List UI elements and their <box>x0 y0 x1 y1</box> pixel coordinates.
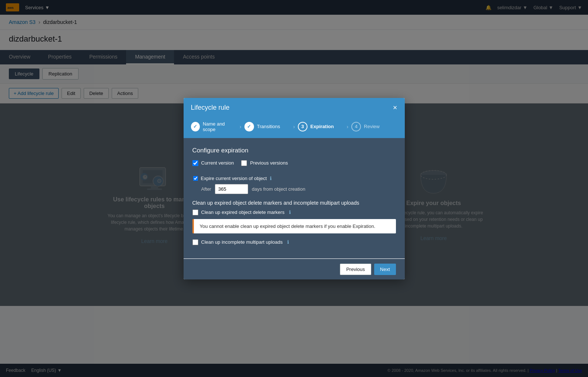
expire-object-label: Expire current version of object <box>201 176 267 181</box>
step-4-number: 4 <box>355 124 357 129</box>
step-4-icon: 4 <box>351 122 361 131</box>
cleanup-multipart-checkbox[interactable] <box>192 239 198 245</box>
after-days-row: After days from object creation <box>201 184 396 194</box>
step-1-icon: ✓ <box>191 122 200 131</box>
step-expiration: 3 Expiration <box>298 122 344 131</box>
modal-overlay: Lifecycle rule × ✓ Name and scope › ✓ Tr… <box>0 0 588 306</box>
current-version-row: Current version <box>192 160 234 166</box>
step-2-label: Transitions <box>257 124 280 129</box>
cleanup-markers-row: Clean up expired object delete markers ℹ <box>192 209 396 215</box>
step-sep-1: › <box>240 124 241 130</box>
cleanup-multipart-row: Clean up incomplete multipart uploads ℹ <box>192 239 396 245</box>
step-sep-3: › <box>347 124 348 130</box>
days-input[interactable] <box>215 184 248 194</box>
current-version-label: Current version <box>201 160 234 166</box>
modal-title: Lifecycle rule <box>191 104 230 112</box>
cleanup-markers-checkbox[interactable] <box>192 209 198 215</box>
previous-versions-row: Previous versions <box>241 160 288 166</box>
cleanup-multipart-info-icon[interactable]: ℹ <box>287 239 289 245</box>
previous-button[interactable]: Previous <box>340 264 371 275</box>
modal-footer: Previous Next <box>184 259 405 279</box>
steps-bar: ✓ Name and scope › ✓ Transitions › 3 Exp… <box>184 117 405 138</box>
warning-box: You cannot enable clean up expired objec… <box>192 219 396 233</box>
step-3-label: Expiration <box>310 124 334 129</box>
step-3-icon: 3 <box>298 122 307 131</box>
step-review: 4 Review <box>351 122 397 131</box>
previous-versions-label: Previous versions <box>250 160 288 166</box>
modal-close-button[interactable]: × <box>393 104 397 111</box>
step-3-number: 3 <box>301 124 304 129</box>
step-transitions: ✓ Transitions <box>244 122 290 131</box>
step-sep-2: › <box>293 124 295 130</box>
previous-versions-checkbox[interactable] <box>241 160 247 166</box>
modal-header: Lifecycle rule × <box>184 98 405 117</box>
expire-object-info-icon[interactable]: ℹ <box>270 176 272 181</box>
warning-text: You cannot enable clean up expired objec… <box>200 223 376 229</box>
cleanup-markers-info-icon[interactable]: ℹ <box>289 209 291 215</box>
step-name-scope: ✓ Name and scope <box>191 121 237 132</box>
step-1-label: Name and scope <box>203 121 237 132</box>
section-title: Configure expiration <box>192 147 396 154</box>
expire-object-checkbox[interactable] <box>193 176 198 181</box>
modal-body: Configure expiration Current version Pre… <box>184 138 405 258</box>
cleanup-multipart-label: Clean up incomplete multipart uploads <box>201 239 283 245</box>
cleanup-markers-label: Clean up expired object delete markers <box>201 209 285 215</box>
lifecycle-rule-modal: Lifecycle rule × ✓ Name and scope › ✓ Tr… <box>184 98 405 279</box>
expire-object-row: Expire current version of object ℹ <box>192 176 396 181</box>
step-4-label: Review <box>364 124 380 129</box>
current-version-checkbox[interactable] <box>192 160 198 166</box>
cleanup-title: Clean up expired object delete markers a… <box>192 200 396 206</box>
days-suffix: days from object creation <box>252 186 305 192</box>
after-label: After <box>201 186 211 192</box>
next-button[interactable]: Next <box>374 264 396 275</box>
step-2-icon: ✓ <box>244 122 254 131</box>
